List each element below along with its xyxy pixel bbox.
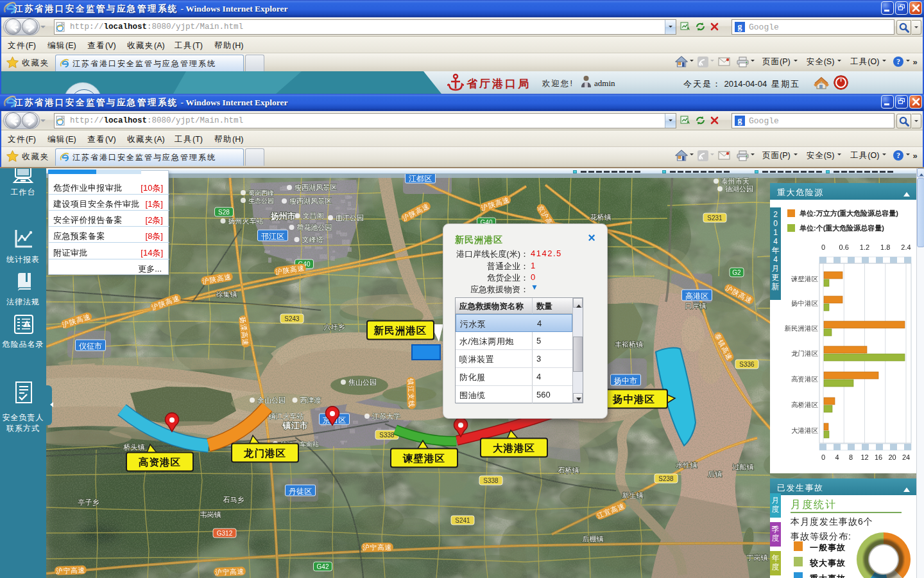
svg-text:水性镇: 水性镇 bbox=[676, 461, 697, 469]
svg-text:扬中市: 扬中市 bbox=[613, 376, 637, 385]
svg-text:?: ? bbox=[896, 57, 900, 66]
svg-text:谏壁港区: 谏壁港区 bbox=[402, 453, 445, 464]
svg-text:石马乡: 石马乡 bbox=[223, 496, 244, 504]
svg-text:沪宁高速: 沪宁高速 bbox=[56, 566, 85, 575]
svg-text:高资港区: 高资港区 bbox=[139, 457, 181, 468]
svg-text:过船镇: 过船镇 bbox=[733, 463, 754, 471]
svg-text:S238: S238 bbox=[658, 475, 674, 482]
svg-text:?: ? bbox=[896, 151, 900, 160]
svg-text:蜀岗西峰: 蜀岗西峰 bbox=[248, 189, 274, 197]
svg-text:生态公园: 生态公园 bbox=[248, 197, 274, 204]
svg-text:德湖公园: 德湖公园 bbox=[725, 185, 753, 193]
svg-text:瘦西湖风景区: 瘦西湖风景区 bbox=[295, 184, 337, 191]
svg-text:荷花池公园: 荷花池公园 bbox=[297, 223, 332, 231]
svg-text:镇江市: 镇江市 bbox=[282, 421, 308, 430]
svg-text:S231: S231 bbox=[707, 215, 723, 222]
svg-text:沪宁高速: 沪宁高速 bbox=[215, 567, 244, 576]
svg-text:瘦西湖风景区: 瘦西湖风景区 bbox=[289, 197, 332, 205]
svg-text:六圩乡: 六圩乡 bbox=[324, 323, 345, 331]
svg-text:0.6: 0.6 bbox=[839, 243, 849, 251]
svg-text:G42: G42 bbox=[317, 563, 329, 570]
svg-text:韦岗镇: 韦岗镇 bbox=[200, 511, 221, 518]
svg-text:后镇: 后镇 bbox=[708, 470, 722, 478]
svg-text:花桥镇: 花桥镇 bbox=[590, 213, 612, 221]
svg-text:扬中港区: 扬中港区 bbox=[791, 299, 819, 307]
svg-text:S28: S28 bbox=[218, 209, 230, 216]
svg-text:1.8: 1.8 bbox=[880, 243, 890, 251]
svg-text:S338: S338 bbox=[379, 432, 395, 439]
svg-text:镇江火车站: 镇江火车站 bbox=[269, 412, 304, 420]
svg-text:文昌阁: 文昌阁 bbox=[303, 212, 324, 220]
svg-text:后棚镇: 后棚镇 bbox=[583, 535, 604, 543]
svg-text:高桥港区: 高桥港区 bbox=[791, 401, 819, 408]
svg-text:焦山公园: 焦山公园 bbox=[348, 378, 377, 386]
svg-text:扬中港区: 扬中港区 bbox=[612, 394, 655, 405]
svg-text:丁岗镇: 丁岗镇 bbox=[747, 554, 768, 561]
svg-text:!: ! bbox=[26, 322, 28, 328]
svg-text:大港港区: 大港港区 bbox=[493, 442, 535, 453]
svg-text:文峰塔: 文峰塔 bbox=[302, 236, 323, 243]
svg-text:新民洲港区: 新民洲港区 bbox=[373, 325, 427, 336]
svg-text:大港港区: 大港港区 bbox=[791, 426, 819, 434]
svg-text:江苏大学: 江苏大学 bbox=[372, 412, 400, 420]
svg-text:龙门港区: 龙门港区 bbox=[243, 448, 286, 459]
svg-text:曲江公园: 曲江公园 bbox=[336, 214, 364, 222]
svg-text:8: 8 bbox=[849, 453, 853, 461]
svg-text:丹徒区: 丹徒区 bbox=[289, 487, 312, 496]
svg-text:24: 24 bbox=[902, 453, 910, 461]
svg-text:高港区: 高港区 bbox=[685, 292, 708, 301]
svg-text:16: 16 bbox=[875, 453, 882, 461]
svg-text:0: 0 bbox=[821, 453, 825, 461]
svg-text:20: 20 bbox=[888, 453, 896, 461]
svg-text:4: 4 bbox=[835, 453, 839, 461]
svg-text:沪宁高速: 沪宁高速 bbox=[363, 543, 392, 551]
svg-text:1.2: 1.2 bbox=[860, 243, 869, 251]
svg-text:口岸镇: 口岸镇 bbox=[685, 302, 706, 310]
svg-text:邗江区: 邗江区 bbox=[261, 232, 284, 241]
svg-text:扬州市: 扬州市 bbox=[270, 211, 296, 221]
svg-text:仪征市: 仪征市 bbox=[79, 342, 102, 351]
svg-text:扬州火车站: 扬州火车站 bbox=[228, 217, 264, 225]
svg-text:S243: S243 bbox=[284, 315, 300, 322]
svg-text:石桥镇: 石桥镇 bbox=[558, 466, 579, 474]
svg-text:镇江支线: 镇江支线 bbox=[407, 378, 416, 408]
svg-text:新生镇: 新生镇 bbox=[622, 491, 644, 499]
svg-text:12: 12 bbox=[860, 453, 868, 461]
svg-text:丰裕桥镇: 丰裕桥镇 bbox=[615, 340, 643, 348]
svg-text:2.4: 2.4 bbox=[901, 243, 911, 251]
svg-text:S241: S241 bbox=[455, 517, 470, 524]
svg-text:西津渡: 西津渡 bbox=[300, 396, 321, 404]
svg-text:江都区: 江都区 bbox=[409, 174, 432, 183]
svg-text:G312: G312 bbox=[217, 530, 233, 537]
svg-text:桥头镇: 桥头镇 bbox=[123, 443, 145, 451]
svg-text:0: 0 bbox=[821, 243, 825, 251]
svg-text:S336: S336 bbox=[739, 361, 755, 368]
svg-text:新民洲港区: 新民洲港区 bbox=[785, 324, 819, 332]
svg-text:谏壁港区: 谏壁港区 bbox=[791, 275, 819, 283]
svg-text:高资港区: 高资港区 bbox=[791, 375, 819, 383]
svg-text:龙门港区: 龙门港区 bbox=[791, 349, 819, 357]
svg-text:亭子乡: 亭子乡 bbox=[78, 498, 99, 506]
svg-text:S338: S338 bbox=[483, 477, 499, 484]
svg-text:徐集镇: 徐集镇 bbox=[216, 290, 237, 298]
svg-text:泰州市天: 泰州市天 bbox=[721, 177, 749, 185]
svg-text:G2: G2 bbox=[732, 269, 741, 276]
